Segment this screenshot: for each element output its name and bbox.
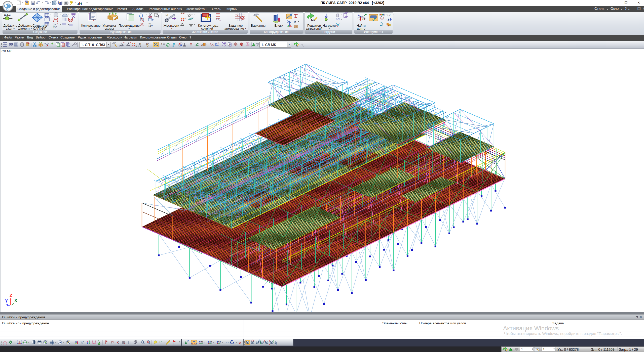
svg-text:№: №: [148, 22, 151, 25]
svg-text:X: X: [14, 298, 17, 303]
svg-text:Y: Y: [5, 299, 8, 303]
svg-text:XZ: XZ: [201, 341, 203, 343]
svg-text:Z: Z: [10, 293, 12, 298]
svg-text:Ip: Ip: [294, 21, 296, 23]
svg-text:C: C: [201, 44, 203, 47]
svg-text:№: №: [311, 18, 315, 22]
svg-text:Σ: Σ: [388, 18, 389, 22]
svg-text:YZ: YZ: [218, 341, 221, 343]
svg-text:L: L: [160, 341, 161, 344]
svg-text:F: F: [161, 42, 163, 45]
svg-text:EI: EI: [166, 13, 168, 16]
svg-text:D: D: [229, 44, 231, 46]
svg-text:X,Y,Z: X,Y,Z: [4, 13, 11, 16]
svg-text:1,2: 1,2: [148, 25, 151, 27]
svg-text:G: G: [362, 17, 365, 21]
svg-text:2: 2: [219, 20, 221, 22]
svg-text:XY: XY: [209, 341, 212, 343]
svg-text:EF: EF: [139, 42, 142, 45]
svg-text:1.2): 1.2): [387, 14, 391, 16]
svg-text:EF: EF: [59, 341, 62, 344]
svg-text:f(x,y): f(x,y): [53, 26, 57, 28]
